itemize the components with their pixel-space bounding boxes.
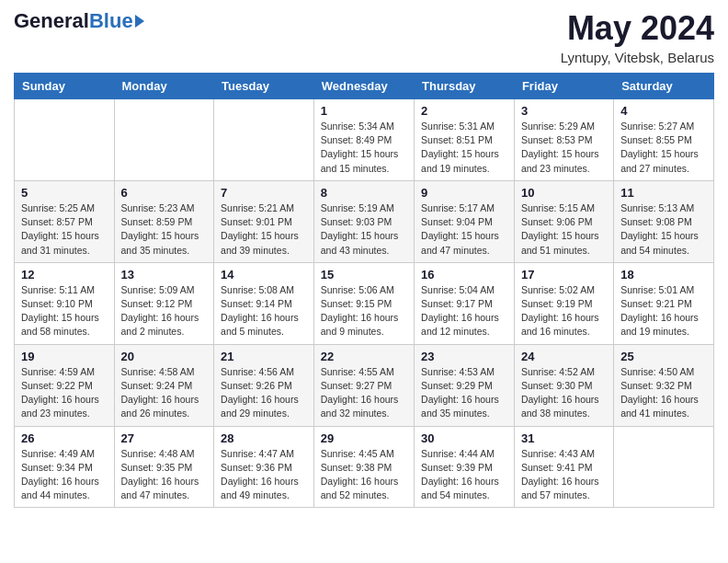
day-number: 22	[321, 350, 407, 363]
table-row: 29Sunrise: 4:45 AM Sunset: 9:38 PM Dayli…	[313, 426, 414, 508]
table-row	[15, 99, 115, 181]
day-info: Sunrise: 4:50 AM Sunset: 9:32 PM Dayligh…	[620, 365, 707, 421]
day-info: Sunrise: 4:53 AM Sunset: 9:29 PM Dayligh…	[421, 365, 507, 421]
calendar-week-row: 19Sunrise: 4:59 AM Sunset: 9:22 PM Dayli…	[15, 344, 714, 426]
day-info: Sunrise: 5:29 AM Sunset: 8:53 PM Dayligh…	[521, 120, 607, 176]
day-info: Sunrise: 4:58 AM Sunset: 9:24 PM Dayligh…	[121, 365, 208, 421]
calendar-week-row: 12Sunrise: 5:11 AM Sunset: 9:10 PM Dayli…	[15, 262, 714, 344]
table-row: 31Sunrise: 4:43 AM Sunset: 9:41 PM Dayli…	[514, 426, 613, 508]
calendar-subtitle: Lyntupy, Vitebsk, Belarus	[561, 50, 714, 65]
table-row: 21Sunrise: 4:56 AM Sunset: 9:26 PM Dayli…	[214, 344, 314, 426]
day-info: Sunrise: 5:25 AM Sunset: 8:57 PM Dayligh…	[21, 201, 108, 258]
table-row: 7Sunrise: 5:21 AM Sunset: 9:01 PM Daylig…	[214, 180, 314, 262]
day-info: Sunrise: 5:19 AM Sunset: 9:03 PM Dayligh…	[321, 201, 407, 258]
day-info: Sunrise: 5:08 AM Sunset: 9:14 PM Dayligh…	[221, 283, 307, 339]
header-saturday: Saturday	[614, 74, 714, 99]
table-row: 15Sunrise: 5:06 AM Sunset: 9:15 PM Dayli…	[313, 262, 414, 344]
table-row: 27Sunrise: 4:48 AM Sunset: 9:35 PM Dayli…	[114, 426, 214, 508]
day-number: 3	[521, 104, 607, 118]
day-info: Sunrise: 4:56 AM Sunset: 9:26 PM Dayligh…	[221, 365, 307, 421]
title-block: May 2024 Lyntupy, Vitebsk, Belarus	[561, 9, 714, 65]
day-number: 4	[620, 104, 707, 118]
day-number: 12	[21, 268, 108, 282]
table-row: 26Sunrise: 4:49 AM Sunset: 9:34 PM Dayli…	[15, 426, 115, 508]
day-number: 10	[521, 186, 607, 200]
day-info: Sunrise: 5:13 AM Sunset: 9:08 PM Dayligh…	[620, 201, 707, 258]
day-number: 24	[521, 350, 607, 363]
day-number: 27	[121, 431, 208, 445]
day-info: Sunrise: 5:31 AM Sunset: 8:51 PM Dayligh…	[421, 120, 507, 176]
day-number: 28	[221, 431, 307, 445]
day-info: Sunrise: 5:01 AM Sunset: 9:21 PM Dayligh…	[620, 283, 707, 339]
day-info: Sunrise: 5:11 AM Sunset: 9:10 PM Dayligh…	[21, 283, 108, 339]
calendar-title: May 2024	[561, 9, 714, 48]
logo-general-text: General	[14, 9, 89, 33]
table-row: 25Sunrise: 4:50 AM Sunset: 9:32 PM Dayli…	[614, 344, 714, 426]
day-number: 7	[221, 186, 307, 200]
table-row	[214, 99, 314, 181]
table-row: 18Sunrise: 5:01 AM Sunset: 9:21 PM Dayli…	[614, 262, 714, 344]
table-row: 11Sunrise: 5:13 AM Sunset: 9:08 PM Dayli…	[614, 180, 714, 262]
day-number: 19	[21, 350, 108, 363]
day-info: Sunrise: 5:15 AM Sunset: 9:06 PM Dayligh…	[521, 201, 607, 258]
calendar-table: Sunday Monday Tuesday Wednesday Thursday…	[14, 73, 714, 508]
table-row: 13Sunrise: 5:09 AM Sunset: 9:12 PM Dayli…	[114, 262, 214, 344]
table-row: 8Sunrise: 5:19 AM Sunset: 9:03 PM Daylig…	[313, 180, 414, 262]
table-row: 24Sunrise: 4:52 AM Sunset: 9:30 PM Dayli…	[514, 344, 613, 426]
table-row: 22Sunrise: 4:55 AM Sunset: 9:27 PM Dayli…	[313, 344, 414, 426]
day-number: 16	[421, 268, 507, 282]
weekday-header-row: Sunday Monday Tuesday Wednesday Thursday…	[15, 74, 714, 99]
table-row: 2Sunrise: 5:31 AM Sunset: 8:51 PM Daylig…	[415, 99, 515, 181]
table-row: 28Sunrise: 4:47 AM Sunset: 9:36 PM Dayli…	[214, 426, 314, 508]
day-number: 1	[321, 104, 407, 118]
table-row: 19Sunrise: 4:59 AM Sunset: 9:22 PM Dayli…	[15, 344, 115, 426]
day-info: Sunrise: 4:55 AM Sunset: 9:27 PM Dayligh…	[321, 365, 407, 421]
day-info: Sunrise: 4:49 AM Sunset: 9:34 PM Dayligh…	[21, 447, 108, 503]
day-info: Sunrise: 5:17 AM Sunset: 9:04 PM Dayligh…	[421, 201, 507, 258]
logo-arrow-icon	[135, 15, 144, 28]
day-info: Sunrise: 5:02 AM Sunset: 9:19 PM Dayligh…	[521, 283, 607, 339]
day-info: Sunrise: 4:47 AM Sunset: 9:36 PM Dayligh…	[221, 447, 307, 503]
day-number: 18	[620, 268, 707, 282]
day-number: 5	[21, 186, 108, 200]
day-info: Sunrise: 5:23 AM Sunset: 8:59 PM Dayligh…	[121, 201, 208, 258]
header-thursday: Thursday	[415, 74, 515, 99]
calendar-week-row: 26Sunrise: 4:49 AM Sunset: 9:34 PM Dayli…	[15, 426, 714, 508]
table-row: 1Sunrise: 5:34 AM Sunset: 8:49 PM Daylig…	[313, 99, 414, 181]
day-info: Sunrise: 4:45 AM Sunset: 9:38 PM Dayligh…	[321, 447, 407, 503]
calendar-week-row: 5Sunrise: 5:25 AM Sunset: 8:57 PM Daylig…	[15, 180, 714, 262]
table-row: 17Sunrise: 5:02 AM Sunset: 9:19 PM Dayli…	[514, 262, 613, 344]
day-info: Sunrise: 4:59 AM Sunset: 9:22 PM Dayligh…	[21, 365, 108, 421]
day-info: Sunrise: 4:48 AM Sunset: 9:35 PM Dayligh…	[121, 447, 208, 503]
day-info: Sunrise: 5:04 AM Sunset: 9:17 PM Dayligh…	[421, 283, 507, 339]
day-number: 30	[421, 431, 507, 445]
page-container: General Blue May 2024 Lyntupy, Vitebsk, …	[0, 0, 728, 522]
day-number: 29	[321, 431, 407, 445]
day-number: 26	[21, 431, 108, 445]
day-number: 20	[121, 350, 208, 363]
logo-blue-text: Blue	[89, 9, 133, 33]
day-info: Sunrise: 4:43 AM Sunset: 9:41 PM Dayligh…	[521, 447, 607, 503]
day-number: 31	[521, 431, 607, 445]
day-number: 8	[321, 186, 407, 200]
day-number: 25	[620, 350, 707, 363]
day-info: Sunrise: 4:44 AM Sunset: 9:39 PM Dayligh…	[421, 447, 507, 503]
header-tuesday: Tuesday	[214, 74, 314, 99]
table-row: 23Sunrise: 4:53 AM Sunset: 9:29 PM Dayli…	[415, 344, 515, 426]
table-row: 5Sunrise: 5:25 AM Sunset: 8:57 PM Daylig…	[15, 180, 115, 262]
table-row: 3Sunrise: 5:29 AM Sunset: 8:53 PM Daylig…	[514, 99, 613, 181]
day-info: Sunrise: 5:27 AM Sunset: 8:55 PM Dayligh…	[620, 120, 707, 176]
day-info: Sunrise: 5:09 AM Sunset: 9:12 PM Dayligh…	[121, 283, 208, 339]
day-number: 13	[121, 268, 208, 282]
table-row: 14Sunrise: 5:08 AM Sunset: 9:14 PM Dayli…	[214, 262, 314, 344]
day-info: Sunrise: 4:52 AM Sunset: 9:30 PM Dayligh…	[521, 365, 607, 421]
header-sunday: Sunday	[15, 74, 115, 99]
day-number: 14	[221, 268, 307, 282]
table-row: 16Sunrise: 5:04 AM Sunset: 9:17 PM Dayli…	[415, 262, 515, 344]
table-row: 4Sunrise: 5:27 AM Sunset: 8:55 PM Daylig…	[614, 99, 714, 181]
table-row: 9Sunrise: 5:17 AM Sunset: 9:04 PM Daylig…	[415, 180, 515, 262]
header-monday: Monday	[114, 74, 214, 99]
calendar-week-row: 1Sunrise: 5:34 AM Sunset: 8:49 PM Daylig…	[15, 99, 714, 181]
day-number: 9	[421, 186, 507, 200]
day-number: 11	[620, 186, 707, 200]
